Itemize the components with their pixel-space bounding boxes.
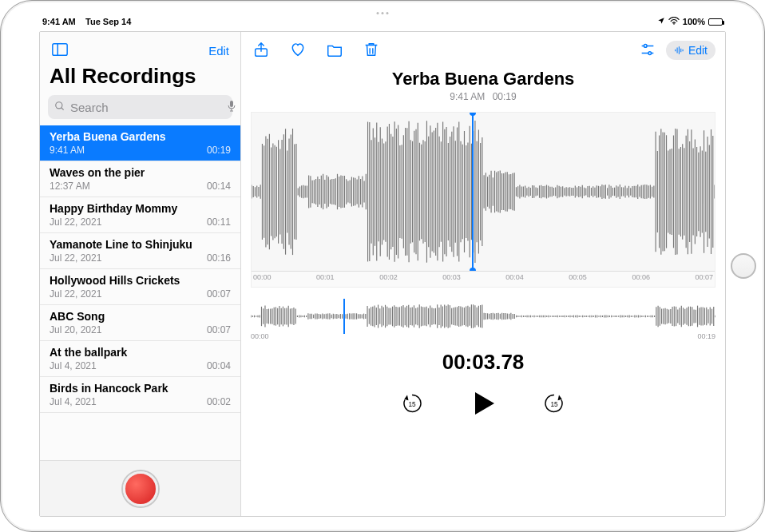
axis-tick: 00:00 <box>253 273 272 287</box>
record-button[interactable] <box>123 471 158 506</box>
axis-tick: 00:01 <box>316 273 335 287</box>
overview-start: 00:00 <box>251 332 269 340</box>
share-icon <box>252 41 270 58</box>
battery-pct: 100% <box>683 17 705 26</box>
recording-dur: 00:16 <box>207 252 231 264</box>
recording-name: Yamanote Line to Shinjuku <box>50 238 231 251</box>
recording-title: Yerba Buena Gardens <box>241 69 725 89</box>
battery-icon <box>708 18 723 26</box>
wifi-icon <box>668 17 680 26</box>
waveform-main-svg <box>252 113 715 271</box>
axis-tick: 00:04 <box>505 273 524 287</box>
status-bar: 9:41 AM Tue Sep 14 100% <box>39 15 726 28</box>
skip-back-15-button[interactable]: 15 <box>398 390 426 419</box>
skip-back-icon: 15 <box>400 391 424 415</box>
sidebar-title: All Recordings <box>40 64 240 95</box>
recording-sub: Jul 22, 2021 <box>50 288 101 300</box>
skip-forward-15-button[interactable]: 15 <box>541 390 568 419</box>
recording-sub: Jul 22, 2021 <box>50 252 101 264</box>
recording-sub: Jul 4, 2021 <box>50 396 97 407</box>
search-input[interactable] <box>70 101 222 114</box>
waveform-main[interactable]: 00:0000:0100:0200:0300:0400:0500:0600:07 <box>251 112 715 288</box>
main-panel: Edit Yerba Buena Gardens 9:41 AM 00:19 0… <box>241 32 725 516</box>
sidebar-icon <box>51 41 69 58</box>
svg-text:15: 15 <box>550 401 558 408</box>
timecode: 00:03.78 <box>241 350 725 375</box>
status-date: Tue Sep 14 <box>85 17 131 26</box>
ipad-frame: 9:41 AM Tue Sep 14 100% Edit All Reco <box>0 0 765 532</box>
delete-button[interactable] <box>361 39 382 62</box>
recording-row[interactable]: ABC SongJul 20, 202100:07 <box>40 305 240 341</box>
favorite-button[interactable] <box>287 39 308 62</box>
recording-dur: 00:07 <box>207 324 231 335</box>
search-icon <box>54 101 65 114</box>
sidebar-edit-button[interactable]: Edit <box>207 42 231 59</box>
recording-sub: Jul 4, 2021 <box>50 360 97 371</box>
recording-name: ABC Song <box>50 310 231 323</box>
recording-sub: Jul 22, 2021 <box>50 216 101 228</box>
recording-duration: 00:19 <box>493 91 517 102</box>
multitasking-dots <box>377 12 389 14</box>
recording-name: Hollywood Hills Crickets <box>50 274 231 287</box>
play-button[interactable] <box>466 386 501 423</box>
edit-label: Edit <box>688 44 708 57</box>
recording-row[interactable]: Waves on the pier12:37 AM00:14 <box>40 161 240 197</box>
folder-icon <box>326 41 343 58</box>
svg-point-10 <box>648 51 652 54</box>
status-time: 9:41 AM <box>42 17 76 26</box>
play-icon <box>467 387 499 419</box>
edit-recording-button[interactable]: Edit <box>666 41 715 60</box>
move-folder-button[interactable] <box>324 39 345 62</box>
home-button[interactable] <box>731 253 756 279</box>
svg-line-4 <box>61 107 64 109</box>
svg-text:15: 15 <box>408 401 416 408</box>
recording-dur: 00:04 <box>207 360 231 371</box>
svg-point-8 <box>644 44 647 47</box>
axis-tick: 00:05 <box>569 273 587 287</box>
main-toolbar: Edit <box>241 32 725 64</box>
sliders-icon <box>639 41 656 58</box>
recording-name: At the ballpark <box>50 346 231 359</box>
recording-name: Yerba Buena Gardens <box>50 130 231 143</box>
heart-icon <box>289 41 307 58</box>
axis-tick: 00:02 <box>379 273 398 287</box>
recording-sub: Jul 20, 2021 <box>50 324 101 335</box>
svg-marker-537 <box>475 392 494 415</box>
recording-dur: 00:11 <box>207 216 231 228</box>
waveform-overview[interactable]: 00:00 00:19 <box>251 302 715 342</box>
voice-memos-app: Edit All Recordings Yerba Buena Gardens9… <box>39 31 726 517</box>
recording-row[interactable]: Yamanote Line to ShinjukuJul 22, 202100:… <box>40 233 240 269</box>
recording-row[interactable]: Birds in Hancock ParkJul 4, 202100:02 <box>40 377 240 413</box>
overview-end: 00:19 <box>697 332 715 340</box>
search-bar[interactable] <box>48 95 232 119</box>
dictate-icon[interactable] <box>227 100 236 115</box>
recording-dur: 00:19 <box>207 145 231 156</box>
recording-sub: 12:37 AM <box>50 181 90 192</box>
recordings-list[interactable]: Yerba Buena Gardens9:41 AM00:19Waves on … <box>40 125 240 460</box>
time-axis-overview: 00:00 00:19 <box>251 332 715 340</box>
playhead-overview[interactable] <box>343 299 345 334</box>
recording-row[interactable]: At the ballparkJul 4, 202100:04 <box>40 341 240 377</box>
toggle-sidebar-button[interactable] <box>50 39 70 62</box>
recording-dur: 00:02 <box>207 396 231 407</box>
recording-name: Waves on the pier <box>50 166 231 179</box>
recording-row[interactable]: Yerba Buena Gardens9:41 AM00:19 <box>40 125 240 161</box>
axis-tick: 00:03 <box>442 273 461 287</box>
recording-sub: 9:41 AM <box>50 145 85 156</box>
trash-icon <box>363 41 380 58</box>
svg-point-3 <box>56 101 62 108</box>
waveform-icon <box>674 45 685 56</box>
playhead-main[interactable] <box>472 113 474 271</box>
axis-tick: 00:07 <box>695 273 713 287</box>
share-button[interactable] <box>251 39 272 62</box>
title-block: Yerba Buena Gardens 9:41 AM 00:19 <box>241 64 725 105</box>
recording-row[interactable]: Hollywood Hills CricketsJul 22, 202100:0… <box>40 269 240 305</box>
location-icon <box>657 17 665 26</box>
recording-dur: 00:14 <box>207 181 231 192</box>
svg-point-0 <box>673 23 675 25</box>
options-button[interactable] <box>637 39 658 62</box>
sidebar: Edit All Recordings Yerba Buena Gardens9… <box>40 32 241 516</box>
recording-row[interactable]: Happy Birthday MommyJul 22, 202100:11 <box>40 197 240 233</box>
recording-name: Birds in Hancock Park <box>50 382 231 395</box>
sidebar-toolbar: Edit <box>40 32 240 64</box>
